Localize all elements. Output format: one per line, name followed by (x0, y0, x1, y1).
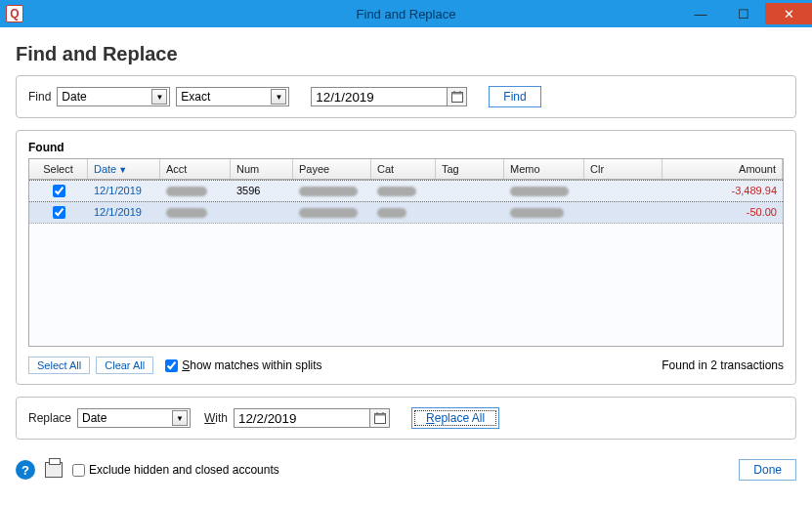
show-matches-input[interactable] (165, 359, 178, 372)
maximize-button[interactable]: ☐ (722, 3, 765, 24)
cell-cat (371, 181, 436, 201)
exclude-input[interactable] (72, 464, 85, 477)
sort-indicator-icon: ▼ (118, 165, 127, 175)
chevron-down-icon: ▼ (151, 89, 167, 105)
find-field-select[interactable]: Date ▼ (57, 87, 170, 106)
table-footer: Select All Clear All Show matches within… (28, 347, 784, 374)
table-row[interactable]: 12/1/2019 -50.00 (29, 202, 783, 224)
calendar-icon[interactable] (448, 87, 467, 106)
cell-num (231, 202, 293, 223)
col-select[interactable]: Select (29, 159, 88, 179)
cell-tag (436, 181, 504, 201)
find-match-value: Exact (181, 90, 210, 104)
find-label: Find (28, 90, 51, 104)
find-date-input-wrap (311, 87, 467, 106)
replace-all-button[interactable]: Replace All (411, 407, 499, 429)
find-match-select[interactable]: Exact ▼ (176, 87, 289, 106)
exclude-checkbox[interactable]: Exclude hidden and closed accounts (72, 463, 279, 477)
svg-rect-5 (374, 414, 385, 416)
window-title: Find and Replace (357, 7, 456, 21)
col-payee[interactable]: Payee (293, 159, 371, 179)
svg-rect-1 (451, 93, 462, 95)
cell-clr (584, 181, 662, 201)
cell-payee (293, 181, 371, 201)
cell-date: 12/1/2019 (88, 181, 160, 201)
col-num[interactable]: Num (231, 159, 293, 179)
find-panel: Find Date ▼ Exact ▼ Find (16, 75, 796, 118)
cell-clr (584, 202, 662, 223)
cell-memo (504, 202, 584, 223)
cell-amount: -50.00 (662, 202, 783, 223)
cell-payee (293, 202, 371, 223)
cell-num: 3596 (231, 181, 293, 201)
titlebar: Q Find and Replace — ☐ ✕ (0, 0, 812, 27)
chevron-down-icon: ▼ (271, 89, 286, 105)
page-title: Find and Replace (16, 27, 796, 75)
results-table: Select Date▼ Acct Num Payee Cat Tag Memo… (28, 158, 784, 347)
col-tag[interactable]: Tag (436, 159, 504, 179)
app-icon: Q (6, 5, 23, 22)
replace-field-value: Date (82, 411, 107, 425)
cell-acct (160, 181, 231, 201)
row-checkbox[interactable] (53, 185, 65, 197)
col-date[interactable]: Date▼ (88, 159, 160, 179)
replace-date-input-wrap (234, 408, 390, 428)
replace-field-select[interactable]: Date ▼ (77, 408, 191, 428)
find-button[interactable]: Find (489, 86, 540, 107)
close-button[interactable]: ✕ (765, 3, 812, 24)
found-label: Found (28, 141, 784, 154)
replace-label: Replace (28, 411, 71, 425)
print-icon[interactable] (45, 462, 63, 478)
replace-value-input[interactable] (234, 408, 370, 428)
clear-all-button[interactable]: Clear All (96, 357, 153, 374)
col-acct[interactable]: Acct (160, 159, 231, 179)
help-icon[interactable]: ? (16, 460, 35, 480)
found-panel: Found Select Date▼ Acct Num Payee Cat Ta… (16, 130, 796, 385)
window-controls: — ☐ ✕ (679, 3, 812, 24)
minimize-button[interactable]: — (679, 3, 722, 24)
col-cat[interactable]: Cat (371, 159, 436, 179)
done-button[interactable]: Done (739, 459, 796, 481)
cell-tag (436, 202, 504, 223)
calendar-icon[interactable] (370, 408, 390, 428)
row-checkbox[interactable] (53, 206, 65, 219)
cell-amount: -3,489.94 (662, 181, 783, 201)
col-amount[interactable]: Amount (662, 159, 783, 179)
cell-cat (371, 202, 436, 223)
with-label: With (204, 411, 228, 425)
cell-memo (504, 181, 584, 201)
show-matches-checkbox[interactable]: Show matches within splits (165, 358, 321, 372)
table-body: 12/1/2019 3596 -3,489.94 12/1/2019 (29, 180, 783, 346)
find-value-input[interactable] (311, 87, 448, 106)
chevron-down-icon: ▼ (172, 410, 188, 426)
footer-row: ? Exclude hidden and closed accounts Don… (16, 451, 796, 481)
table-row[interactable]: 12/1/2019 3596 -3,489.94 (29, 180, 783, 202)
select-all-button[interactable]: Select All (28, 357, 90, 374)
table-header: Select Date▼ Acct Num Payee Cat Tag Memo… (29, 159, 783, 180)
find-field-value: Date (62, 90, 86, 104)
col-memo[interactable]: Memo (504, 159, 584, 179)
cell-acct (160, 202, 231, 223)
result-count: Found in 2 transactions (662, 358, 784, 372)
col-clr[interactable]: Clr (584, 159, 662, 179)
cell-date: 12/1/2019 (88, 202, 160, 223)
replace-panel: Replace Date ▼ With Replace All (16, 397, 796, 440)
